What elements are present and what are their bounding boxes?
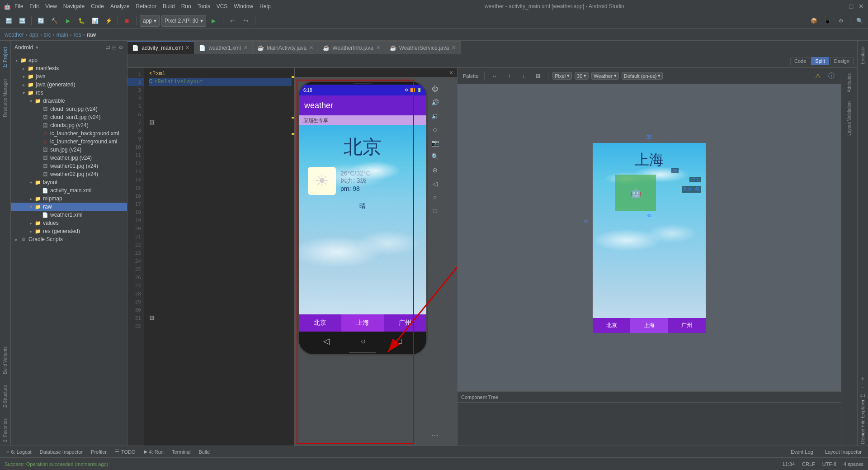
menu-navigate[interactable]: Navigate	[63, 3, 85, 9]
recents-nav-icon[interactable]: □	[397, 337, 402, 346]
undo-button[interactable]: ↩	[226, 15, 238, 27]
pixel-dropdown-wrap[interactable]: Pixel ▾	[552, 72, 572, 80]
breadcrumb-app[interactable]: app	[29, 32, 38, 38]
event-log-label[interactable]: Event Log	[787, 447, 817, 457]
tab-logcat[interactable]: ≡ 6: Logcat	[3, 447, 35, 457]
tab-activity-main[interactable]: 📄 activity_main.xml ✕	[127, 41, 194, 54]
sync-button[interactable]: 🔄	[35, 15, 47, 27]
tab-weatherinfo[interactable]: ☕ WeatherInfo.java ✕	[318, 41, 385, 54]
more-emu-btn[interactable]: ⋯	[429, 428, 441, 441]
city-btn-shanghai[interactable]: 上海	[341, 314, 384, 332]
home-nav-icon[interactable]: ○	[361, 337, 366, 346]
device-file-explorer-btn[interactable]: Device File Explorer	[860, 399, 865, 444]
menu-build[interactable]: Build	[163, 3, 175, 9]
tree-item-res[interactable]: ▾ 📁 res	[11, 89, 127, 97]
design-view-button[interactable]: Design	[830, 57, 854, 65]
sync-tree-icon[interactable]: ⇄	[106, 44, 110, 51]
project-tab[interactable]: 1: Project	[2, 43, 9, 71]
menu-edit[interactable]: Edit	[29, 3, 39, 9]
weather-dropdown[interactable]: Weather ▾	[591, 72, 618, 80]
search-everywhere-button[interactable]: 🔍	[854, 15, 865, 27]
tree-item-app[interactable]: ▾ 📁 app	[11, 56, 127, 64]
menu-code[interactable]: Code	[91, 3, 104, 9]
tree-item-gradle[interactable]: ▸ ⚙ Gradle Scripts	[11, 235, 127, 243]
tree-item-mipmap[interactable]: ▸ 📁 mipmap	[11, 195, 127, 203]
tree-item-ic-fg[interactable]: ⚠ ic_launcher_foreground.xml	[11, 138, 127, 146]
breadcrumb-res[interactable]: res	[74, 32, 81, 38]
apply-changes[interactable]: ⚡	[103, 15, 114, 27]
menu-run[interactable]: Run	[181, 3, 191, 9]
tree-item-java-gen[interactable]: ▸ 📁 java (generated)	[11, 81, 127, 89]
tab-weatherservice[interactable]: ☕ WeatherService.java ✕	[385, 41, 461, 54]
layout-inspector-label[interactable]: Layout Inspector	[821, 447, 865, 457]
code-view-button[interactable]: Code	[790, 57, 810, 65]
menu-help[interactable]: Help	[259, 3, 271, 9]
home-emu-btn[interactable]: ○	[429, 191, 441, 204]
tab-close-1[interactable]: ✕	[244, 45, 248, 51]
status-crlf[interactable]: CRLF	[802, 461, 815, 467]
tree-item-cloud-sun1[interactable]: 🖼 cloud_sun1.jpg (v24)	[11, 113, 127, 121]
screenshot-btn[interactable]: 📷	[429, 137, 441, 149]
breadcrumb-raw[interactable]: raw	[86, 32, 96, 38]
tab-build[interactable]: Build	[195, 447, 213, 457]
rotate-btn[interactable]: ◇	[429, 123, 441, 136]
design-btn-beijing[interactable]: 北京	[593, 318, 630, 333]
menu-tools[interactable]: Tools	[198, 3, 210, 9]
sidebar-header-dropdown[interactable]: ▾	[36, 44, 38, 51]
tab-weather1[interactable]: 📄 weather1.xml ✕	[194, 41, 252, 54]
zoom-out-emu-btn[interactable]: ⊖	[429, 164, 441, 176]
vol-down-btn[interactable]: 🔉	[429, 109, 441, 122]
menu-window[interactable]: Window	[234, 3, 253, 9]
redo-button[interactable]: ↪	[240, 15, 252, 27]
zoom-minus-btn[interactable]: −	[861, 384, 864, 391]
recents-emu-btn[interactable]: □	[429, 204, 441, 217]
api-dropdown[interactable]: 30 ▾	[575, 72, 589, 80]
breadcrumb-weather[interactable]: weather	[5, 32, 24, 38]
tab-terminal[interactable]: Terminal	[168, 447, 194, 457]
down-btn[interactable]: ↓	[518, 70, 529, 82]
device-selector[interactable]: Pixel 2 API 30 ▾	[161, 15, 206, 27]
tree-item-weather1[interactable]: 📄 weather1.xml	[11, 211, 127, 219]
forward-button[interactable]: 🔜	[16, 15, 28, 27]
locale-dropdown[interactable]: Default (en-us) ▾	[622, 72, 663, 80]
zoom-in-emu-btn[interactable]: 🔍	[429, 150, 441, 163]
run-device-button[interactable]: ▶	[208, 15, 220, 27]
city-btn-beijing[interactable]: 北京	[299, 314, 341, 332]
layout-validation-label[interactable]: Layout Validation	[846, 98, 853, 139]
tab-profiler[interactable]: Profiler	[87, 447, 110, 457]
emulator-label[interactable]: Emulator	[859, 43, 866, 68]
tree-item-values[interactable]: ▸ 📁 values	[11, 219, 127, 227]
tree-item-activity-main[interactable]: 📄 activity_main.xml	[11, 186, 127, 195]
tab-close-0[interactable]: ✕	[185, 45, 189, 51]
design-btn-guangzhou[interactable]: 广州	[668, 318, 706, 333]
run-button[interactable]: ▶	[62, 15, 74, 27]
emulator-minimize[interactable]: —	[440, 70, 445, 76]
tree-item-raw[interactable]: ▾ 📁 raw	[11, 203, 127, 211]
tree-item-drawable[interactable]: ▾ 📁 drawable	[11, 97, 127, 105]
tree-item-java[interactable]: ▾ 📁 java	[11, 72, 127, 81]
close-button[interactable]: ✕	[858, 3, 864, 9]
up-btn[interactable]: ↑	[503, 70, 515, 82]
favorites-tab[interactable]: 2: Favorites	[2, 415, 9, 446]
vol-up-btn[interactable]: 🔊	[429, 96, 441, 109]
build-variants-tab[interactable]: Build Variants	[2, 343, 9, 378]
avd-manager-button[interactable]: 📱	[821, 15, 833, 27]
tree-item-weather02[interactable]: 🖼 weather02.jpg (v24)	[11, 170, 127, 178]
debug-button[interactable]: 🐛	[75, 15, 87, 27]
pan-btn[interactable]: ↔	[489, 70, 500, 82]
tree-item-weather01[interactable]: 🖼 weather01.jpg (v24)	[11, 162, 127, 170]
attributes-label[interactable]: Attributes	[846, 70, 853, 96]
breadcrumb-src[interactable]: src	[44, 32, 51, 38]
tree-item-cloud-sun[interactable]: 🖼 cloud_sun.jpg (v24)	[11, 105, 127, 113]
sdk-manager-button[interactable]: 📦	[808, 15, 820, 27]
menu-vcs[interactable]: VCS	[217, 3, 228, 9]
resource-manager-tab[interactable]: Resource Manager	[2, 75, 9, 121]
menu-file[interactable]: File	[14, 3, 23, 9]
zoom-plus-btn[interactable]: +	[861, 375, 864, 382]
z-structure-tab[interactable]: Z-Structure	[2, 381, 9, 411]
tree-item-res-gen[interactable]: ▸ 📁 res (generated)	[11, 227, 127, 235]
tab-run[interactable]: ▶ 4: Run	[140, 447, 167, 457]
tab-close-3[interactable]: ✕	[376, 45, 380, 51]
emulator-close[interactable]: ✕	[449, 70, 453, 76]
back-emu-btn[interactable]: ◁	[429, 177, 441, 190]
